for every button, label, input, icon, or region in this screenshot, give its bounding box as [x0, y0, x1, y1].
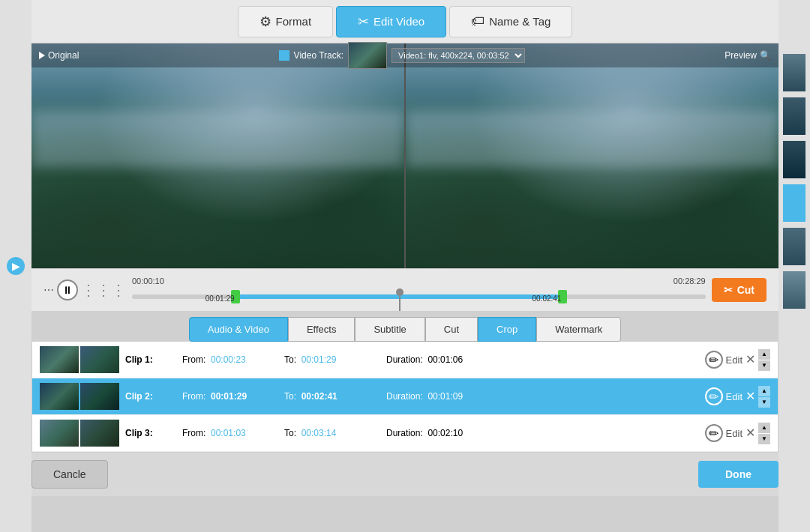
clip-1-edit-label[interactable]: Edit: [726, 354, 742, 366]
tab-name-tag[interactable]: 🏷 Name & Tag: [449, 6, 572, 37]
clip-3-thumb-1: [40, 420, 79, 447]
clip-2-move-down[interactable]: ▼: [758, 397, 770, 408]
clip-2-edit-label[interactable]: Edit: [726, 391, 742, 402]
timeline-bar: 00:00:10 00:28:29 00:01:29 00:02:41: [132, 275, 706, 305]
side-thumb-4[interactable]: [783, 228, 806, 265]
cut-label: Cut: [737, 284, 754, 296]
done-button[interactable]: Done: [698, 461, 778, 488]
audio-video-label: Audio & Video: [208, 324, 269, 335]
clip-row-3: Clip 3: From: 00:01:03 To: 00:03:14 Dura…: [32, 415, 778, 452]
marker-line: [399, 296, 400, 311]
clip-1-move-down[interactable]: ▼: [758, 360, 770, 371]
time-end: 00:28:29: [674, 276, 706, 285]
clip-2-from: From: 00:01:29: [182, 391, 272, 402]
segment-button[interactable]: ⋮⋮⋮: [81, 281, 126, 299]
preview-label: Preview 🔍: [724, 50, 771, 61]
cut-button[interactable]: ✂ Cut: [712, 278, 766, 302]
tab-subtitle[interactable]: Subtitle: [355, 317, 424, 342]
tab-crop[interactable]: Crop: [478, 317, 536, 342]
clip-2-to: To: 00:02:41: [284, 391, 374, 402]
video-frames: [32, 43, 778, 268]
frame-background-left: [32, 43, 404, 268]
tab-format[interactable]: ⚙ Format: [238, 6, 334, 37]
handle-left-time: 00:01:29: [206, 294, 235, 303]
clip-2-thumbs: [40, 383, 119, 410]
original-text: Original: [48, 50, 79, 61]
tab-audio-video[interactable]: Audio & Video: [189, 317, 288, 342]
side-thumb-2[interactable]: [783, 97, 806, 135]
bottom-bar: Cancle Done: [0, 453, 810, 496]
clip-1-to: To: 00:01:29: [284, 354, 374, 365]
frame-background-right: [406, 43, 778, 268]
clip-1-edit-icon[interactable]: ✏: [705, 351, 723, 369]
side-thumb-selected[interactable]: [783, 184, 806, 222]
clip-3-thumb-2: [80, 420, 119, 447]
clip-row-1: Clip 1: From: 00:00:23 To: 00:01:29 Dura…: [32, 342, 778, 378]
effects-label: Effects: [307, 324, 337, 335]
video-frame-right: [406, 43, 778, 268]
clip-2-duration: Duration: 00:01:09: [386, 391, 499, 402]
clip-3-name: Clip 3:: [125, 428, 170, 438]
clip-2-name: Clip 2:: [125, 391, 170, 402]
side-panel: [778, 0, 810, 532]
watermark-label: Watermark: [555, 324, 602, 335]
tab-format-label: Format: [276, 15, 312, 28]
clips-panel: Clip 1: From: 00:00:23 To: 00:01:29 Dura…: [32, 342, 778, 453]
name-tag-icon: 🏷: [471, 13, 484, 29]
clip-row-2: Clip 2: From: 00:01:29 To: 00:02:41 Dura…: [32, 378, 778, 415]
timeline-controls: ⋯ ⏸ ⋮⋮⋮: [44, 279, 126, 300]
edit-video-icon: ✂: [358, 13, 369, 30]
clip-1-info: Clip 1: From: 00:00:23 To: 00:01:29 Dura…: [125, 354, 699, 365]
side-thumb-3[interactable]: [783, 141, 806, 178]
scissors-icon: ✂: [724, 284, 733, 296]
clip-3-edit-label[interactable]: Edit: [726, 428, 742, 439]
original-label: Original: [39, 50, 79, 61]
clip-2-edit-icon[interactable]: ✏: [705, 387, 723, 405]
time-start: 00:00:10: [132, 276, 164, 285]
more-options-button[interactable]: ⋯: [44, 284, 54, 296]
clip-2-info: Clip 2: From: 00:01:29 To: 00:02:41 Dura…: [125, 391, 699, 402]
tab-effects[interactable]: Effects: [288, 317, 356, 342]
pause-icon: ⏸: [62, 284, 73, 296]
tab-edit-video-label: Edit Video: [374, 15, 424, 28]
search-icon: 🔍: [760, 50, 771, 61]
tab-cut[interactable]: Cut: [425, 317, 478, 342]
tab-edit-video[interactable]: ✂ Edit Video: [336, 6, 446, 37]
timeline-section: ⋯ ⏸ ⋮⋮⋮ 00:00:10 00:28:29 00:01:29 00:02…: [32, 268, 778, 311]
clip-3-move-down[interactable]: ▼: [758, 434, 770, 444]
play-pause-button[interactable]: ⏸: [57, 279, 78, 300]
clip-3-move-up[interactable]: ▲: [758, 423, 770, 433]
clip-2-close-button[interactable]: ✕: [746, 390, 755, 402]
play-triangle-icon: [39, 52, 45, 59]
side-thumb-5[interactable]: [783, 271, 806, 309]
clip-1-thumb-1: [40, 346, 79, 373]
clip-1-name: Clip 1:: [125, 354, 170, 365]
clip-3-close-button[interactable]: ✕: [746, 427, 755, 439]
marker-dot: [396, 288, 404, 296]
track-icon: [279, 50, 290, 61]
cancel-button[interactable]: Cancle: [32, 460, 108, 489]
clip-2-move-up[interactable]: ▲: [758, 386, 770, 396]
clip-1-close-button[interactable]: ✕: [746, 354, 755, 366]
clip-3-duration: Duration: 00:02:10: [386, 428, 499, 438]
format-icon: ⚙: [260, 13, 272, 30]
clip-3-actions: ✏ Edit ✕ ▲ ▼: [705, 423, 770, 444]
clip-3-edit-icon[interactable]: ✏: [705, 424, 723, 442]
side-thumb-1[interactable]: [783, 54, 806, 91]
video-track-info: Video Track: Video1: flv, 400x224, 00:03…: [279, 42, 525, 69]
clip-1-actions: ✏ Edit ✕ ▲ ▼: [705, 349, 770, 371]
tab-bar: ⚙ Format ✂ Edit Video 🏷 Name & Tag: [0, 0, 810, 43]
clip-2-thumb-1: [40, 383, 79, 410]
crop-label: Crop: [496, 324, 518, 335]
track-selector[interactable]: Video1: flv, 400x224, 00:03:52: [392, 48, 525, 63]
tab-watermark[interactable]: Watermark: [536, 317, 621, 342]
clip-1-thumbs: [40, 346, 119, 373]
clip-1-order-buttons: ▲ ▼: [758, 349, 770, 371]
clip-1-move-up[interactable]: ▲: [758, 349, 770, 360]
clip-1-from: From: 00:00:23: [182, 354, 272, 365]
clip-1-thumb-2: [80, 346, 119, 373]
clip-3-from: From: 00:01:03: [182, 428, 272, 438]
clip-2-order-buttons: ▲ ▼: [758, 386, 770, 408]
main-container: ▶ ⚙ Format ✂ Edit Video 🏷 Name & Tag Ori…: [0, 0, 810, 532]
clip-2-actions: ✏ Edit ✕ ▲ ▼: [705, 386, 770, 408]
